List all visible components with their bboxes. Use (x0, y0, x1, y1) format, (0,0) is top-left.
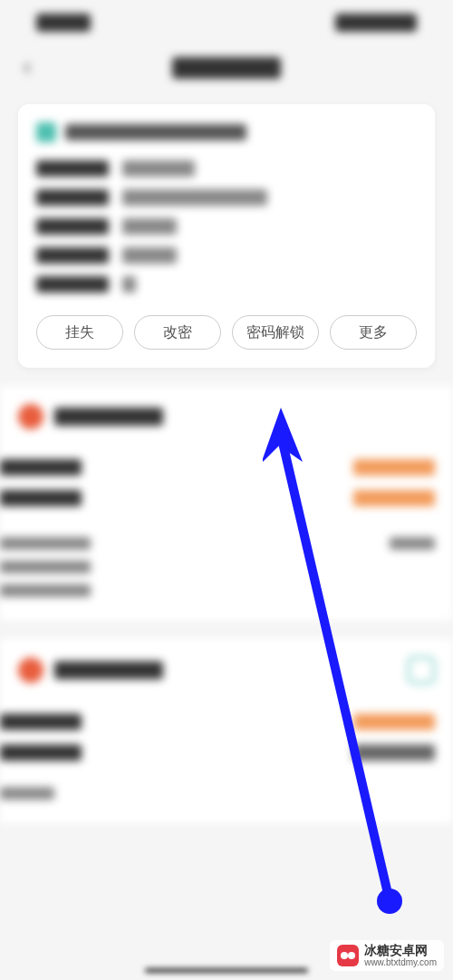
account-section-1 (0, 386, 453, 620)
password-unlock-button[interactable]: 密码解锁 (232, 315, 319, 350)
watermark: 冰糖安卓网 www.btxtdmy.com (330, 940, 444, 971)
more-button[interactable]: 更多 (330, 315, 417, 350)
back-icon[interactable] (18, 59, 36, 77)
card-header (36, 122, 417, 142)
account-section-2 (0, 639, 453, 823)
main-card: 挂失 改密 密码解锁 更多 (18, 104, 435, 368)
status-bar (0, 0, 453, 45)
section-detail-row (0, 782, 453, 805)
status-indicators (335, 14, 417, 32)
section-detail-row (0, 579, 453, 602)
info-row (36, 160, 417, 177)
status-time (36, 14, 91, 32)
action-button-row: 挂失 改密 密码解锁 更多 (36, 315, 417, 350)
section-title (54, 661, 163, 679)
bank-icon (18, 658, 43, 683)
svg-point-1 (377, 889, 402, 914)
watermark-url: www.btxtdmy.com (364, 957, 437, 967)
change-password-button[interactable]: 改密 (134, 315, 221, 350)
page-title (172, 57, 281, 79)
section-row (0, 452, 453, 483)
section-row (0, 483, 453, 514)
card-title (65, 124, 246, 140)
home-indicator (145, 968, 308, 973)
page-header (0, 45, 453, 91)
section-detail-row (0, 532, 453, 555)
section-detail-row (0, 555, 453, 579)
info-row (36, 218, 417, 235)
section-row (0, 737, 453, 768)
report-loss-button[interactable]: 挂失 (36, 315, 123, 350)
section-header (0, 404, 453, 429)
watermark-name: 冰糖安卓网 (364, 944, 437, 957)
badge-icon (408, 657, 435, 684)
watermark-logo-icon (337, 945, 359, 966)
bank-icon (18, 404, 43, 429)
card-bank-icon (36, 122, 56, 142)
section-title (54, 408, 163, 426)
section-row (0, 706, 453, 737)
info-row (36, 247, 417, 264)
section-header (0, 657, 453, 684)
info-row (36, 189, 417, 206)
info-row (36, 276, 417, 293)
